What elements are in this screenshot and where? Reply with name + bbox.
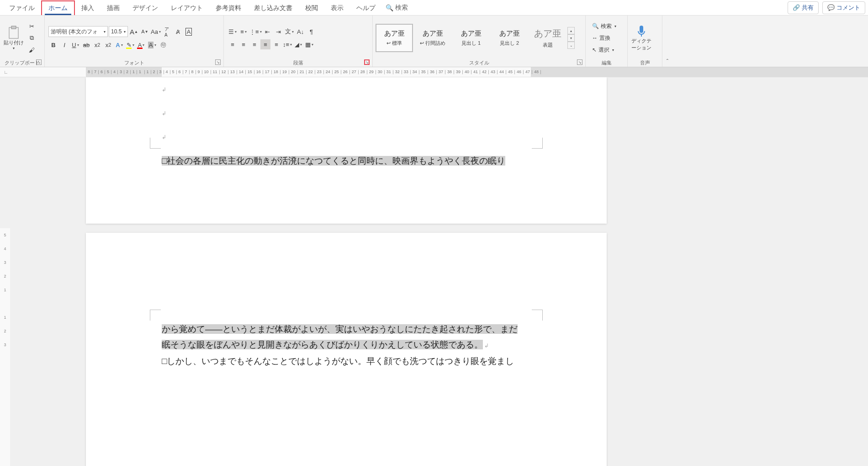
- selected-text: から覚めて――というとまだ体裁がよいが、実はいやおうなしにたたき起された形で、ま…: [162, 324, 518, 334]
- style-no-spacing[interactable]: あア亜↩ 行間詰め: [414, 24, 451, 52]
- pilcrow-icon: ¶: [310, 28, 313, 35]
- select-button[interactable]: ↖選択▾: [589, 45, 619, 55]
- margin-corner: [532, 138, 543, 149]
- subscript-button[interactable]: x2: [92, 40, 102, 50]
- styles-gallery[interactable]: あア亜↩ 標準 あア亜↩ 行間詰め あア亜見出し 1 あア亜見出し 2 あア亜表…: [376, 24, 566, 52]
- align-right-button[interactable]: ≡: [249, 39, 259, 49]
- tab-design[interactable]: デザイン: [126, 1, 164, 14]
- page2-text[interactable]: から覚めて――というとまだ体裁がよいが、実はいやおうなしにたたき起された形で、ま…: [162, 321, 531, 369]
- character-border-button[interactable]: A: [184, 27, 194, 37]
- text-direction-button[interactable]: 文: [285, 27, 295, 37]
- clear-formatting-button[interactable]: A̷: [173, 27, 183, 37]
- voice-label: 音声: [640, 59, 650, 66]
- highlight-button[interactable]: ✎: [125, 40, 135, 50]
- paragraph-mark: ↲: [162, 129, 531, 145]
- sort-button[interactable]: A↓: [296, 27, 306, 37]
- align-center-button[interactable]: ≡: [238, 39, 249, 49]
- paragraph-label: 段落: [293, 59, 303, 66]
- style-title[interactable]: あア亜表題: [529, 24, 566, 52]
- shrink-font-button[interactable]: A▼: [140, 27, 150, 37]
- page-1[interactable]: ↲ ↲ ↲ □社会の各層に民主化の動きが活溌になつてくると同時に、映画界もようや…: [86, 77, 607, 224]
- borders-icon: ▦: [305, 41, 311, 48]
- grow-font-button[interactable]: A▲: [129, 27, 139, 37]
- tab-layout[interactable]: レイアウト: [164, 1, 209, 14]
- paragraph-launcher[interactable]: ↘: [364, 59, 370, 65]
- tab-references[interactable]: 参考資料: [209, 1, 248, 14]
- font-color-button[interactable]: A: [136, 40, 146, 50]
- multilevel-icon: ⋮≡: [249, 28, 259, 35]
- justify-button[interactable]: ≡: [260, 39, 270, 49]
- show-marks-button[interactable]: ¶: [307, 27, 317, 37]
- align-left-button[interactable]: ≡: [228, 39, 238, 49]
- underline-button[interactable]: U: [70, 40, 80, 50]
- clipboard-launcher[interactable]: ↘: [36, 59, 42, 65]
- enclose-button[interactable]: ㊞: [158, 40, 168, 50]
- comment-button[interactable]: 💬 コメント: [822, 1, 865, 14]
- styles-launcher[interactable]: ↘: [577, 59, 582, 65]
- strike-button[interactable]: ab: [81, 40, 91, 50]
- cut-button[interactable]: ✂: [26, 21, 37, 31]
- format-painter-button[interactable]: 🖌: [26, 45, 37, 55]
- share-button[interactable]: 🔗 共有: [788, 1, 819, 14]
- tab-insert[interactable]: 挿入: [75, 1, 101, 14]
- increase-indent-button[interactable]: ⇥: [274, 27, 284, 37]
- borders-button[interactable]: ▦: [304, 39, 314, 49]
- styles-up-button[interactable]: ▴: [567, 27, 575, 34]
- cursor-icon: ↖: [592, 47, 597, 53]
- tab-view[interactable]: 表示: [324, 1, 350, 14]
- document-area: 5 4 3 2 1 1 2 3 ↲ ↲ ↲ □社会の各層に民主化の動きが活溌にな…: [0, 77, 868, 466]
- char-shading-icon: A: [148, 42, 154, 48]
- tab-selector[interactable]: ∟: [0, 67, 86, 77]
- style-normal[interactable]: あア亜↩ 標準: [376, 24, 413, 52]
- text-effects-button[interactable]: A: [114, 40, 124, 50]
- font-launcher[interactable]: ↘: [215, 59, 221, 65]
- font-name-combo[interactable]: 游明朝 (本文のフォ▾: [48, 26, 108, 37]
- numbering-button[interactable]: ≡: [238, 27, 249, 37]
- replace-button[interactable]: ↔置換: [589, 33, 619, 43]
- bullets-icon: ☰: [228, 28, 234, 35]
- italic-button[interactable]: I: [59, 40, 69, 50]
- page-2[interactable]: から覚めて――というとまだ体裁がよいが、実はいやおうなしにたたき起された形で、ま…: [86, 233, 607, 466]
- bullets-button[interactable]: ☰: [228, 27, 238, 37]
- text-direction-icon: 文: [285, 27, 291, 36]
- collapse-ribbon-button[interactable]: ˆ: [662, 16, 672, 67]
- superscript-button[interactable]: x2: [103, 40, 113, 50]
- page1-text[interactable]: ↲ ↲ ↲ □社会の各層に民主化の動きが活溌になつてくると同時に、映画界もようや…: [162, 82, 531, 169]
- copy-icon: ⧉: [30, 34, 34, 42]
- change-case-button[interactable]: Aa: [151, 27, 161, 37]
- tab-help[interactable]: ヘルプ: [350, 1, 382, 14]
- search-icon: 🔍: [592, 23, 599, 29]
- tab-draw[interactable]: 描画: [101, 1, 126, 14]
- char-shading-button[interactable]: A: [147, 40, 157, 50]
- distribute-button[interactable]: ≡: [271, 39, 281, 49]
- style-heading1[interactable]: あア亜見出し 1: [452, 24, 490, 52]
- tab-file[interactable]: ファイル: [3, 1, 41, 14]
- horizontal-ruler[interactable]: 8｜7｜6｜5｜4｜3｜2｜1｜1 ｜1｜2｜3｜4｜5｜6｜7｜8｜9｜10｜…: [86, 67, 868, 77]
- copy-button[interactable]: ⧉: [26, 33, 37, 43]
- enclose-icon: ㊞: [160, 41, 166, 49]
- group-font: 游明朝 (本文のフォ▾ 10.5▾ A▲ A▼ Aa アA A̷ A B I U…: [45, 16, 224, 67]
- decrease-indent-button[interactable]: ⇤: [263, 27, 273, 37]
- bold-button[interactable]: B: [48, 40, 58, 50]
- paste-button[interactable]: 貼り付け ▾: [3, 21, 25, 55]
- search-box[interactable]: 🔍 検索: [382, 2, 412, 14]
- editing-label: 編集: [602, 59, 612, 66]
- selected-text: □社会の各層に民主化の動きが活溌になつてくると同時に、映画界もようやく長夜の眠り: [162, 156, 505, 166]
- tab-review[interactable]: 校閲: [299, 1, 324, 14]
- multilevel-button[interactable]: ⋮≡: [249, 27, 262, 37]
- comment-icon: 💬: [827, 4, 835, 11]
- vertical-ruler[interactable]: 5 4 3 2 1 1 2 3: [0, 228, 10, 466]
- find-button[interactable]: 🔍検索▾: [589, 21, 619, 31]
- dictation-button[interactable]: ディクテーション: [630, 21, 652, 55]
- ruler: ∟ 8｜7｜6｜5｜4｜3｜2｜1｜1 ｜1｜2｜3｜4｜5｜6｜7｜8｜9｜1…: [0, 67, 868, 77]
- font-size-combo[interactable]: 10.5▾: [109, 26, 128, 37]
- styles-more-button[interactable]: ⌄: [567, 42, 575, 49]
- shading-button[interactable]: ◢: [293, 39, 303, 49]
- line-spacing-button[interactable]: ↕≡: [282, 39, 292, 49]
- tab-mailings[interactable]: 差し込み文書: [248, 1, 299, 14]
- phonetic-button[interactable]: アA: [162, 27, 172, 37]
- paint-bucket-icon: ◢: [295, 41, 299, 48]
- tab-home[interactable]: ホーム: [41, 0, 75, 15]
- style-heading2[interactable]: あア亜見出し 2: [491, 24, 528, 52]
- styles-down-button[interactable]: ▾: [567, 34, 575, 42]
